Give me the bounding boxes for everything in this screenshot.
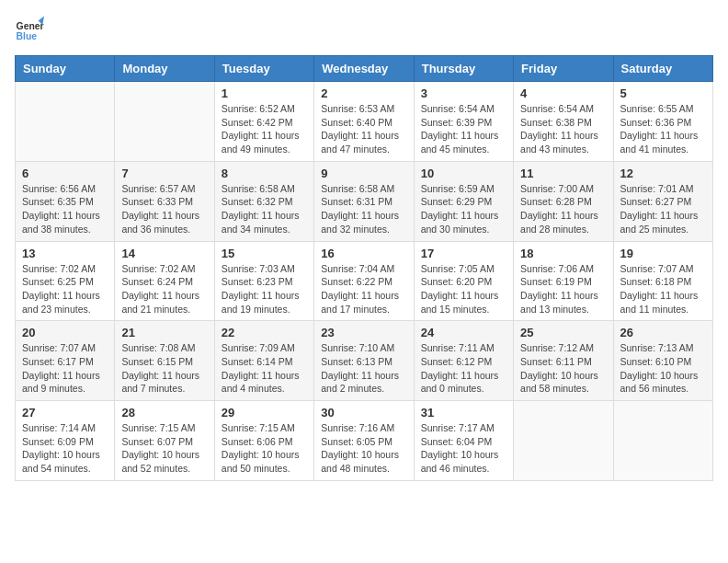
day-number: 18 xyxy=(520,247,606,260)
calendar-header-row: SundayMondayTuesdayWednesdayThursdayFrid… xyxy=(16,56,713,82)
day-number: 21 xyxy=(121,326,207,339)
calendar-cell: 24Sunrise: 7:11 AM Sunset: 6:12 PM Dayli… xyxy=(414,321,513,401)
calendar-cell: 11Sunrise: 7:00 AM Sunset: 6:28 PM Dayli… xyxy=(514,161,613,241)
calendar-cell: 31Sunrise: 7:17 AM Sunset: 6:04 PM Dayli… xyxy=(414,401,513,481)
day-info: Sunrise: 7:12 AM Sunset: 6:11 PM Dayligh… xyxy=(520,341,606,396)
day-info: Sunrise: 7:04 AM Sunset: 6:22 PM Dayligh… xyxy=(321,262,406,316)
calendar-cell: 18Sunrise: 7:06 AM Sunset: 6:19 PM Dayli… xyxy=(514,241,613,321)
day-number: 12 xyxy=(620,167,706,180)
calendar-cell: 30Sunrise: 7:16 AM Sunset: 6:05 PM Dayli… xyxy=(314,401,414,481)
day-header-sunday: Sunday xyxy=(16,56,115,82)
calendar-week-row: 6Sunrise: 6:56 AM Sunset: 6:35 PM Daylig… xyxy=(16,161,713,241)
day-number: 19 xyxy=(620,247,706,260)
calendar-cell: 21Sunrise: 7:08 AM Sunset: 6:15 PM Dayli… xyxy=(115,321,214,401)
day-info: Sunrise: 7:15 AM Sunset: 6:06 PM Dayligh… xyxy=(222,421,307,476)
day-info: Sunrise: 6:59 AM Sunset: 6:29 PM Dayligh… xyxy=(421,182,506,236)
day-number: 13 xyxy=(22,247,108,260)
day-info: Sunrise: 6:58 AM Sunset: 6:31 PM Dayligh… xyxy=(321,182,406,236)
calendar-cell: 19Sunrise: 7:07 AM Sunset: 6:18 PM Dayli… xyxy=(613,241,712,321)
calendar-cell: 25Sunrise: 7:12 AM Sunset: 6:11 PM Dayli… xyxy=(514,321,613,401)
day-number: 8 xyxy=(222,167,307,180)
day-number: 23 xyxy=(321,326,406,339)
day-info: Sunrise: 7:13 AM Sunset: 6:10 PM Dayligh… xyxy=(620,341,706,396)
day-info: Sunrise: 7:02 AM Sunset: 6:25 PM Dayligh… xyxy=(22,262,108,316)
page-header: General Blue xyxy=(15,15,713,44)
calendar-cell: 7Sunrise: 6:57 AM Sunset: 6:33 PM Daylig… xyxy=(115,161,214,241)
day-info: Sunrise: 7:08 AM Sunset: 6:15 PM Dayligh… xyxy=(121,341,207,396)
day-number: 17 xyxy=(421,247,506,260)
day-header-thursday: Thursday xyxy=(414,56,513,82)
calendar-cell: 12Sunrise: 7:01 AM Sunset: 6:27 PM Dayli… xyxy=(613,161,712,241)
day-info: Sunrise: 6:57 AM Sunset: 6:33 PM Dayligh… xyxy=(121,182,207,236)
calendar-cell: 9Sunrise: 6:58 AM Sunset: 6:31 PM Daylig… xyxy=(314,161,414,241)
day-info: Sunrise: 7:15 AM Sunset: 6:07 PM Dayligh… xyxy=(121,421,207,476)
day-number: 22 xyxy=(222,326,307,339)
day-number: 10 xyxy=(421,167,506,180)
calendar-cell xyxy=(16,82,115,162)
day-number: 11 xyxy=(520,167,606,180)
day-header-tuesday: Tuesday xyxy=(214,56,313,82)
day-info: Sunrise: 6:53 AM Sunset: 6:40 PM Dayligh… xyxy=(321,102,406,156)
calendar-week-row: 1Sunrise: 6:52 AM Sunset: 6:42 PM Daylig… xyxy=(16,82,713,162)
day-info: Sunrise: 7:10 AM Sunset: 6:13 PM Dayligh… xyxy=(321,341,406,396)
calendar-cell: 2Sunrise: 6:53 AM Sunset: 6:40 PM Daylig… xyxy=(314,82,414,162)
day-number: 29 xyxy=(222,406,307,419)
day-info: Sunrise: 7:14 AM Sunset: 6:09 PM Dayligh… xyxy=(22,421,108,476)
day-number: 1 xyxy=(222,86,307,100)
day-info: Sunrise: 6:52 AM Sunset: 6:42 PM Dayligh… xyxy=(222,102,307,156)
day-info: Sunrise: 6:54 AM Sunset: 6:38 PM Dayligh… xyxy=(520,102,606,156)
day-header-friday: Friday xyxy=(514,56,613,82)
logo-icon: General Blue xyxy=(15,15,44,44)
calendar-cell: 29Sunrise: 7:15 AM Sunset: 6:06 PM Dayli… xyxy=(214,401,313,481)
day-number: 25 xyxy=(520,326,606,339)
calendar-week-row: 13Sunrise: 7:02 AM Sunset: 6:25 PM Dayli… xyxy=(16,241,713,321)
day-number: 26 xyxy=(620,326,706,339)
day-number: 6 xyxy=(22,167,108,180)
day-info: Sunrise: 7:09 AM Sunset: 6:14 PM Dayligh… xyxy=(222,341,307,396)
calendar-cell: 20Sunrise: 7:07 AM Sunset: 6:17 PM Dayli… xyxy=(16,321,115,401)
day-number: 9 xyxy=(321,167,406,180)
calendar-cell: 26Sunrise: 7:13 AM Sunset: 6:10 PM Dayli… xyxy=(613,321,712,401)
day-info: Sunrise: 7:06 AM Sunset: 6:19 PM Dayligh… xyxy=(520,262,606,316)
day-info: Sunrise: 7:05 AM Sunset: 6:20 PM Dayligh… xyxy=(421,262,506,316)
calendar-cell: 4Sunrise: 6:54 AM Sunset: 6:38 PM Daylig… xyxy=(514,82,613,162)
calendar-cell: 27Sunrise: 7:14 AM Sunset: 6:09 PM Dayli… xyxy=(16,401,115,481)
day-number: 14 xyxy=(121,247,207,260)
day-number: 15 xyxy=(222,247,307,260)
day-info: Sunrise: 6:58 AM Sunset: 6:32 PM Dayligh… xyxy=(222,182,307,236)
calendar-cell: 14Sunrise: 7:02 AM Sunset: 6:24 PM Dayli… xyxy=(115,241,214,321)
day-number: 27 xyxy=(22,406,108,419)
day-number: 28 xyxy=(121,406,207,419)
day-info: Sunrise: 7:11 AM Sunset: 6:12 PM Dayligh… xyxy=(421,341,506,396)
day-info: Sunrise: 7:01 AM Sunset: 6:27 PM Dayligh… xyxy=(620,182,706,236)
calendar-cell xyxy=(514,401,613,481)
calendar-cell: 5Sunrise: 6:55 AM Sunset: 6:36 PM Daylig… xyxy=(613,82,712,162)
day-info: Sunrise: 7:00 AM Sunset: 6:28 PM Dayligh… xyxy=(520,182,606,236)
calendar-cell xyxy=(613,401,712,481)
day-info: Sunrise: 6:55 AM Sunset: 6:36 PM Dayligh… xyxy=(620,102,706,156)
day-info: Sunrise: 7:16 AM Sunset: 6:05 PM Dayligh… xyxy=(321,421,406,476)
calendar-cell: 23Sunrise: 7:10 AM Sunset: 6:13 PM Dayli… xyxy=(314,321,414,401)
day-header-saturday: Saturday xyxy=(613,56,712,82)
calendar-cell: 10Sunrise: 6:59 AM Sunset: 6:29 PM Dayli… xyxy=(414,161,513,241)
calendar-cell: 16Sunrise: 7:04 AM Sunset: 6:22 PM Dayli… xyxy=(314,241,414,321)
calendar-cell: 6Sunrise: 6:56 AM Sunset: 6:35 PM Daylig… xyxy=(16,161,115,241)
day-number: 5 xyxy=(620,86,706,100)
calendar-cell: 1Sunrise: 6:52 AM Sunset: 6:42 PM Daylig… xyxy=(214,82,313,162)
logo: General Blue xyxy=(15,15,44,44)
day-info: Sunrise: 6:56 AM Sunset: 6:35 PM Dayligh… xyxy=(22,182,108,236)
day-header-wednesday: Wednesday xyxy=(314,56,414,82)
calendar-cell: 13Sunrise: 7:02 AM Sunset: 6:25 PM Dayli… xyxy=(16,241,115,321)
day-number: 3 xyxy=(421,86,506,100)
day-info: Sunrise: 7:07 AM Sunset: 6:17 PM Dayligh… xyxy=(22,341,108,396)
day-info: Sunrise: 7:02 AM Sunset: 6:24 PM Dayligh… xyxy=(121,262,207,316)
calendar-week-row: 20Sunrise: 7:07 AM Sunset: 6:17 PM Dayli… xyxy=(16,321,713,401)
svg-text:Blue: Blue xyxy=(17,31,38,41)
day-info: Sunrise: 6:54 AM Sunset: 6:39 PM Dayligh… xyxy=(421,102,506,156)
day-info: Sunrise: 7:17 AM Sunset: 6:04 PM Dayligh… xyxy=(421,421,506,476)
calendar-cell xyxy=(115,82,214,162)
day-number: 2 xyxy=(321,86,406,100)
day-number: 30 xyxy=(321,406,406,419)
calendar-cell: 22Sunrise: 7:09 AM Sunset: 6:14 PM Dayli… xyxy=(214,321,313,401)
day-number: 31 xyxy=(421,406,506,419)
